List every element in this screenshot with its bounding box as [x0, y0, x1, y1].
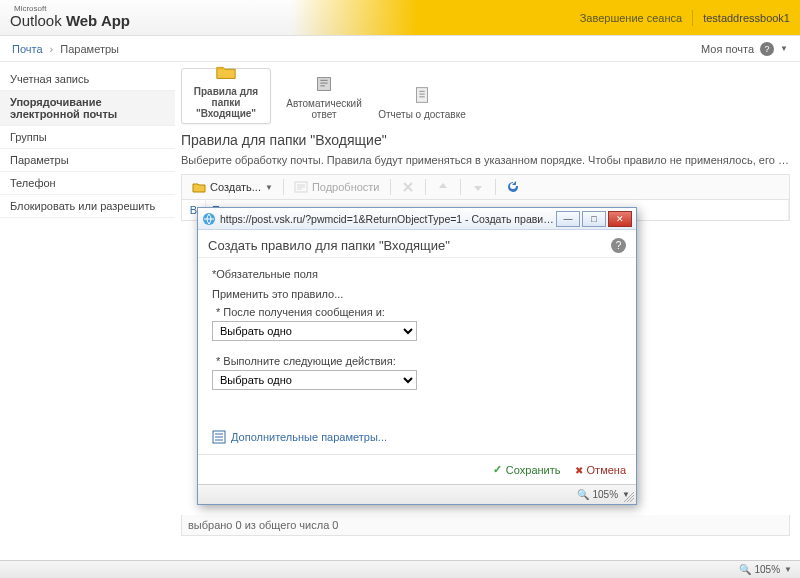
auto-reply-icon — [313, 74, 335, 94]
minimize-button[interactable]: — — [556, 211, 580, 227]
selection-status: выбрано 0 из общего числа 0 — [181, 515, 790, 536]
tab-inbox-rules[interactable]: Правила для папки "Входящие" — [181, 68, 271, 124]
new-rule-dialog: https://post.vsk.ru/?pwmcid=1&ReturnObje… — [197, 207, 637, 505]
help-dropdown-caret[interactable]: ▼ — [780, 44, 788, 53]
browser-statusbar: 🔍 105% ▼ — [0, 560, 800, 578]
sidebar-item-phone[interactable]: Телефон — [0, 172, 175, 195]
zoom-icon: 🔍 — [577, 489, 589, 500]
dialog-window-title: https://post.vsk.ru/?pwmcid=1&ReturnObje… — [220, 213, 554, 225]
resize-grip[interactable] — [624, 492, 634, 502]
dialog-zoom-value: 105% — [593, 489, 619, 500]
create-rule-button[interactable]: Создать... ▼ — [186, 178, 279, 196]
save-button[interactable]: Сохранить — [493, 463, 561, 476]
sidebar-item-block-allow[interactable]: Блокировать или разрешить — [0, 195, 175, 218]
delete-icon — [401, 180, 415, 194]
breadcrumb-root[interactable]: Почта — [12, 43, 43, 55]
tab-delivery-reports[interactable]: Отчеты о доставке — [377, 68, 467, 124]
details-button: Подробности — [288, 178, 386, 196]
svg-rect-0 — [318, 78, 331, 91]
condition-select[interactable]: Выбрать одно — [212, 321, 417, 341]
dialog-statusbar: 🔍 105% ▼ — [198, 484, 636, 504]
sidebar-item-account[interactable]: Учетная запись — [0, 68, 175, 91]
section-title: Правила для папки "Входящие" — [181, 132, 790, 148]
breadcrumb: Почта › Параметры Моя почта ? ▼ — [0, 36, 800, 62]
sidebar-item-settings[interactable]: Параметры — [0, 149, 175, 172]
tab-auto-reply[interactable]: Автоматический ответ — [279, 68, 369, 124]
section-description: Выберите обработку почты. Правила будут … — [181, 154, 790, 166]
breadcrumb-current: Параметры — [60, 43, 119, 55]
more-options-link[interactable]: Дополнительные параметры... — [212, 430, 622, 444]
required-fields-note: *Обязательные поля — [212, 268, 622, 280]
ie-favicon-icon — [202, 212, 216, 226]
rules-toolbar: Создать... ▼ Подробности — [181, 174, 790, 200]
dialog-titlebar[interactable]: https://post.vsk.ru/?pwmcid=1&ReturnObje… — [198, 208, 636, 230]
folder-rules-icon — [215, 62, 237, 82]
zoom-icon: 🔍 — [739, 564, 751, 575]
header-separator — [692, 10, 693, 26]
organize-tabs: Правила для папки "Входящие" Автоматичес… — [181, 68, 790, 124]
settings-sidebar: Учетная запись Упорядочивание электронно… — [0, 62, 175, 560]
page-zoom-value: 105% — [755, 564, 781, 575]
arrow-up-icon — [436, 180, 450, 194]
action-label: * Выполните следующие действия: — [216, 355, 622, 367]
refresh-button[interactable] — [500, 178, 526, 196]
chevron-right-icon: › — [50, 43, 54, 55]
chevron-down-icon: ▼ — [265, 183, 273, 192]
sidebar-item-groups[interactable]: Группы — [0, 126, 175, 149]
signout-link[interactable]: Завершение сеанса — [580, 12, 682, 24]
close-button[interactable]: ✕ — [608, 211, 632, 227]
zoom-dropdown-caret[interactable]: ▼ — [784, 565, 792, 574]
brand: Outlook Web App — [10, 12, 130, 29]
dialog-title: Создать правило для папки "Входящие" — [208, 238, 450, 253]
header-accent: Завершение сеанса testaddressbook1 — [290, 0, 800, 35]
arrow-down-icon — [471, 180, 485, 194]
more-options-icon — [212, 430, 226, 444]
help-icon[interactable]: ? — [760, 42, 774, 56]
delivery-report-icon — [411, 85, 433, 105]
cancel-button[interactable]: Отмена — [575, 463, 626, 476]
user-label: testaddressbook1 — [703, 12, 790, 24]
sidebar-item-organize-email[interactable]: Упорядочивание электронной почты — [0, 91, 175, 126]
maximize-button[interactable]: □ — [582, 211, 606, 227]
condition-label: * После получения сообщения и: — [216, 306, 622, 318]
dialog-help-icon[interactable]: ? — [611, 238, 626, 253]
mail-scope-label[interactable]: Моя почта — [701, 43, 754, 55]
move-up-button — [430, 178, 456, 196]
action-select[interactable]: Выбрать одно — [212, 370, 417, 390]
details-icon — [294, 180, 308, 194]
refresh-icon — [506, 180, 520, 194]
brand-pretext: Microsoft — [14, 4, 46, 13]
folder-new-icon — [192, 180, 206, 194]
cancel-icon — [575, 464, 583, 476]
svg-rect-1 — [417, 88, 428, 103]
delete-button — [395, 178, 421, 196]
app-header: Microsoft Outlook Web App Завершение сеа… — [0, 0, 800, 36]
check-icon — [493, 463, 502, 476]
apply-rule-label: Применить это правило... — [212, 288, 622, 300]
move-down-button — [465, 178, 491, 196]
